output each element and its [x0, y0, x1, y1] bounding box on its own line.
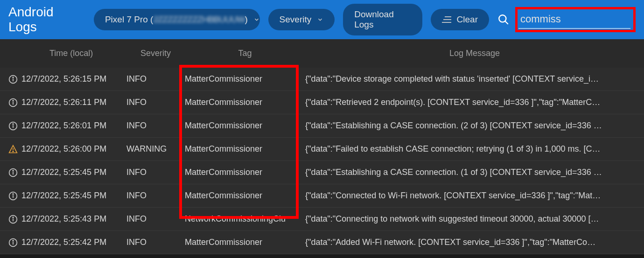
- table-row[interactable]: 12/7/2022, 5:25:45 PMINFOMatterCommissio…: [0, 161, 644, 184]
- info-icon: [5, 98, 21, 107]
- svg-point-3: [499, 15, 506, 22]
- table-row[interactable]: 12/7/2022, 5:25:45 PMINFOMatterCommissio…: [0, 184, 644, 208]
- search-highlight: [515, 7, 636, 32]
- download-logs-button[interactable]: Download Logs: [343, 4, 422, 35]
- log-tag: MatterCommissioner: [185, 167, 305, 177]
- table-row[interactable]: 12/7/2022, 5:26:11 PMINFOMatterCommissio…: [0, 91, 644, 114]
- log-time: 12/7/2022, 5:26:01 PM: [21, 121, 126, 131]
- log-severity: INFO: [126, 191, 185, 201]
- svg-point-7: [13, 77, 14, 78]
- info-icon: [5, 121, 21, 131]
- log-time: 12/7/2022, 5:25:43 PM: [21, 214, 126, 224]
- log-time: 12/7/2022, 5:25:42 PM: [21, 237, 126, 247]
- page-title: Android Logs: [8, 5, 80, 35]
- clear-icon: [442, 16, 451, 23]
- header-bar: Android Logs Pixel 7 Pro (2ZZZZZZZZZHBBU…: [0, 0, 644, 39]
- column-severity: Severity: [126, 49, 185, 58]
- table-row[interactable]: 12/7/2022, 5:25:43 PMINFONetworkCommissi…: [0, 208, 644, 231]
- chevron-down-icon: [317, 16, 323, 23]
- chevron-down-icon: [253, 16, 260, 23]
- log-tag: MatterCommissioner: [185, 121, 305, 131]
- log-time: 12/7/2022, 5:26:00 PM: [21, 144, 126, 154]
- log-message: {"data":"Establishing a CASE connection.…: [305, 121, 644, 131]
- table-row[interactable]: 12/7/2022, 5:25:42 PMINFOMatterCommissio…: [0, 231, 644, 254]
- log-message: {"data":"Connecting to network with sugg…: [305, 214, 644, 224]
- column-time: Time (local): [21, 49, 126, 58]
- search-input[interactable]: [518, 10, 630, 29]
- table-row[interactable]: 12/7/2022, 5:26:01 PMINFOMatterCommissio…: [0, 114, 644, 138]
- log-time: 12/7/2022, 5:26:15 PM: [21, 74, 126, 84]
- column-message: Log Message: [305, 49, 644, 58]
- info-icon: [5, 215, 21, 224]
- log-tag: MatterCommissioner: [185, 98, 305, 107]
- device-prefix: Pixel 7 Pro (: [105, 14, 153, 24]
- device-label: Pixel 7 Pro (2ZZZZZZZZZHBBUUUW): [105, 14, 248, 25]
- clear-label: Clear: [457, 14, 478, 25]
- log-severity: INFO: [126, 74, 185, 84]
- svg-point-10: [13, 100, 14, 101]
- search-icon: [497, 14, 510, 26]
- info-icon: [5, 191, 21, 201]
- info-icon: [5, 238, 21, 247]
- svg-line-4: [505, 21, 508, 24]
- device-id-blurred: 2ZZZZZZZZZHBBUUUW: [153, 14, 245, 25]
- log-tag: NetworkCommissioningClu: [185, 214, 305, 224]
- download-label: Download Logs: [354, 9, 411, 30]
- log-message: {"data":"Failed to establish CASE connec…: [305, 144, 644, 154]
- table-row[interactable]: 12/7/2022, 5:26:15 PMINFOMatterCommissio…: [0, 68, 644, 91]
- log-time: 12/7/2022, 5:25:45 PM: [21, 167, 126, 177]
- log-tag: MatterCommissioner: [185, 237, 305, 247]
- svg-point-18: [13, 170, 14, 171]
- device-suffix: ): [245, 14, 248, 24]
- search-container: [497, 7, 636, 32]
- log-tag: MatterCommissioner: [185, 144, 305, 154]
- log-message: {"data":"Device storage completed with s…: [305, 74, 644, 84]
- log-time: 12/7/2022, 5:25:45 PM: [21, 191, 126, 201]
- severity-filter[interactable]: Severity: [268, 9, 335, 30]
- clear-button[interactable]: Clear: [431, 9, 489, 30]
- svg-point-13: [13, 124, 14, 125]
- log-rows: 12/7/2022, 5:26:15 PMINFOMatterCommissio…: [0, 68, 644, 254]
- table-row[interactable]: 12/7/2022, 5:26:00 PMWARNINGMatterCommis…: [0, 138, 644, 161]
- info-icon: [5, 75, 21, 84]
- log-severity: INFO: [126, 167, 185, 177]
- device-selector[interactable]: Pixel 7 Pro (2ZZZZZZZZZHBBUUUW): [94, 9, 260, 30]
- column-tag: Tag: [185, 49, 305, 58]
- log-tag: MatterCommissioner: [185, 191, 305, 201]
- log-severity: INFO: [126, 121, 185, 131]
- log-message: {"data":"Establishing a CASE connection.…: [305, 167, 644, 177]
- log-time: 12/7/2022, 5:26:11 PM: [21, 98, 126, 107]
- log-severity: INFO: [126, 214, 185, 224]
- svg-point-27: [13, 240, 14, 241]
- log-severity: WARNING: [126, 144, 185, 154]
- log-message: {"data":"Retrieved 2 endpoint(s). [CONTE…: [305, 98, 644, 107]
- log-message: {"data":"Connected to Wi-Fi network. [CO…: [305, 191, 644, 201]
- svg-point-15: [13, 151, 14, 152]
- log-message: {"data":"Added Wi-Fi network. [CONTEXT s…: [305, 237, 644, 247]
- table-header: Time (local) Severity Tag Log Message: [0, 39, 644, 68]
- log-tag: MatterCommissioner: [185, 74, 305, 84]
- svg-point-21: [13, 194, 14, 195]
- info-icon: [5, 168, 21, 177]
- log-severity: INFO: [126, 98, 185, 107]
- log-severity: INFO: [126, 237, 185, 247]
- warning-icon: [5, 145, 21, 154]
- severity-label: Severity: [280, 14, 312, 25]
- svg-point-24: [13, 217, 14, 218]
